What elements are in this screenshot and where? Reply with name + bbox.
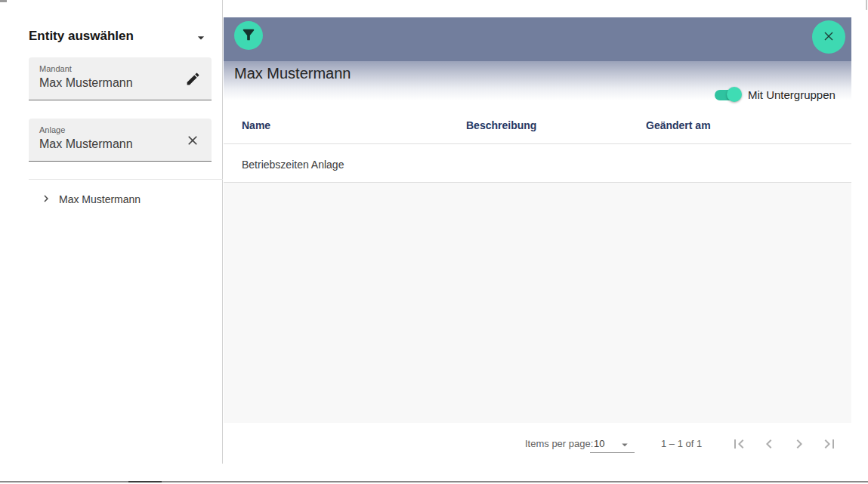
toggle-thumb <box>727 87 742 102</box>
page-size-caret-icon[interactable] <box>618 438 632 452</box>
close-button[interactable] <box>812 20 845 54</box>
table-row[interactable]: Betriebszeiten Anlage <box>224 144 851 182</box>
column-header-beschreibung[interactable]: Beschreibung <box>466 119 536 131</box>
tree-item-label: Max Mustermann <box>59 193 141 205</box>
page-range-label: 1 – 1 of 1 <box>661 438 702 449</box>
entity-sidebar: Entity auswählen Mandant Max Mustermann … <box>0 0 223 464</box>
sidebar-divider <box>29 179 223 180</box>
render-artifact <box>0 0 7 2</box>
column-header-geaendert-am[interactable]: Geändert am <box>646 119 711 131</box>
panel-title: Max Mustermann <box>234 65 351 82</box>
horizontal-scrollbar-thumb[interactable] <box>128 481 162 482</box>
tree-item-max-mustermann[interactable]: Max Mustermann <box>0 189 223 211</box>
anlage-field-value: Max Mustermann <box>39 137 133 151</box>
clear-icon[interactable] <box>185 133 201 149</box>
filter-button[interactable] <box>234 21 263 50</box>
edit-icon[interactable] <box>185 71 201 87</box>
previous-page-button[interactable] <box>760 435 778 453</box>
filter-icon <box>240 26 257 45</box>
sidebar-title: Entity auswählen <box>29 29 134 44</box>
chevron-right-icon[interactable] <box>39 192 53 205</box>
next-page-button[interactable] <box>790 435 808 453</box>
paginator: Items per page: 10 1 – 1 of 1 <box>224 423 851 464</box>
panel-header-bar <box>224 17 851 61</box>
first-page-button[interactable] <box>730 435 748 453</box>
mandant-field-value: Max Mustermann <box>39 76 133 90</box>
anlage-field[interactable]: Anlage Max Mustermann <box>29 119 212 162</box>
mandant-field[interactable]: Mandant Max Mustermann <box>29 57 212 100</box>
subgroups-toggle-label: Mit Untergruppen <box>748 88 836 101</box>
row-cell-name: Betriebszeiten Anlage <box>242 159 344 171</box>
page-size-underline <box>590 452 635 453</box>
items-per-page-label: Items per page: <box>525 438 593 449</box>
app-window: Entity auswählen Mandant Max Mustermann … <box>0 0 868 484</box>
table-empty-area <box>224 183 851 423</box>
group-panel: Max Mustermann Mit Untergruppen Name Bes… <box>224 0 851 464</box>
page-size-select[interactable]: 10 <box>594 438 604 449</box>
vertical-scrollbar[interactable] <box>866 0 867 10</box>
subgroups-toggle[interactable] <box>715 85 745 104</box>
mandant-field-label: Mandant <box>39 64 72 73</box>
column-header-name[interactable]: Name <box>242 119 270 131</box>
chevron-down-icon[interactable] <box>193 30 209 45</box>
last-page-button[interactable] <box>820 435 839 453</box>
anlage-field-label: Anlage <box>39 125 65 134</box>
close-icon <box>820 28 837 47</box>
